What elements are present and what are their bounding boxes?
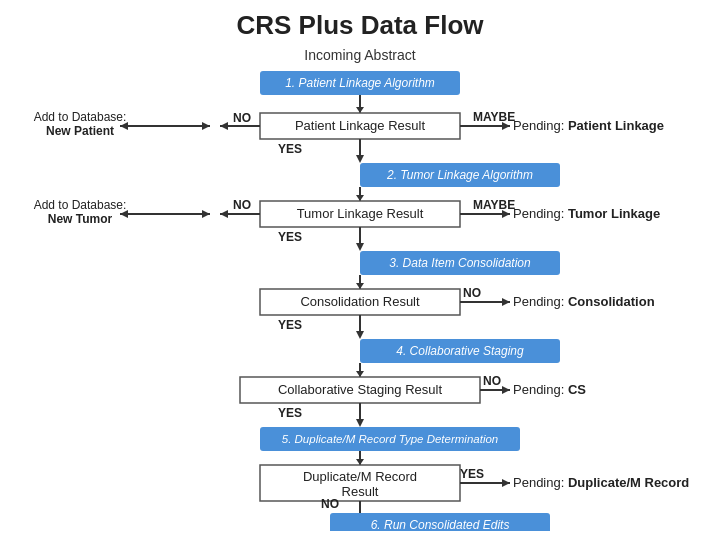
db-arrow-right-1 (202, 122, 210, 130)
algo-label-4: 4. Collaborative Staging (396, 344, 524, 358)
yes-arrow-1 (356, 155, 364, 163)
arrow-3 (356, 283, 364, 289)
no-label-5: NO (321, 497, 339, 511)
yes-arrow-2 (356, 243, 364, 251)
no-arrow-1 (220, 122, 228, 130)
add-tumor-sublabel: New Tumor (48, 212, 113, 226)
pending-cs: Pending: CS (513, 382, 586, 397)
db-arrow-right-2 (202, 210, 210, 218)
yes-label-1: YES (278, 142, 302, 156)
no-label-3: NO (463, 286, 481, 300)
add-patient-label: Add to Database: (34, 110, 127, 124)
result-label-4: Collaborative Staging Result (278, 382, 442, 397)
no-arrow-4 (502, 386, 510, 394)
result-label-5a: Duplicate/M Record (303, 469, 417, 484)
pending-dup: Pending: Duplicate/M Record (513, 475, 689, 490)
yes-label-3: YES (278, 318, 302, 332)
yes-label-2: YES (278, 230, 302, 244)
no-label-4: NO (483, 374, 501, 388)
arrow-1 (356, 107, 364, 113)
pending-patient: Pending: Patient Linkage (513, 118, 664, 133)
incoming-label: Incoming Abstract (20, 47, 700, 63)
algo-label-5: 5. Duplicate/M Record Type Determination (282, 433, 498, 445)
maybe-label-2: MAYBE (473, 198, 515, 212)
arrow-4 (356, 371, 364, 377)
yes-label-4: YES (278, 406, 302, 420)
pending-tumor: Pending: Tumor Linkage (513, 206, 660, 221)
page: CRS Plus Data Flow Incoming Abstract 1. … (0, 0, 720, 540)
result-label-1: Patient Linkage Result (295, 118, 425, 133)
no-arrow-2 (220, 210, 228, 218)
result-label-3: Consolidation Result (300, 294, 420, 309)
pending-consolidation: Pending: Consolidation (513, 294, 655, 309)
add-tumor-label: Add to Database: (34, 198, 127, 212)
result-label-5b: Result (342, 484, 379, 499)
yes-arrow-5 (502, 479, 510, 487)
arrow-5 (356, 459, 364, 465)
no-label-2: NO (233, 198, 251, 212)
maybe-label-1: MAYBE (473, 110, 515, 124)
flow-diagram: 1. Patient Linkage Algorithm Patient Lin… (20, 71, 700, 531)
no-label-1: NO (233, 111, 251, 125)
page-title: CRS Plus Data Flow (20, 10, 700, 41)
no-arrow-3 (502, 298, 510, 306)
yes-label-5: YES (460, 467, 484, 481)
add-patient-sublabel: New Patient (46, 124, 114, 138)
result-label-2: Tumor Linkage Result (297, 206, 424, 221)
arrow-2 (356, 195, 364, 201)
algo-label-6: 6. Run Consolidated Edits (371, 518, 510, 531)
algo-label-2: 2. Tumor Linkage Algorithm (386, 168, 533, 182)
algo-label-3: 3. Data Item Consolidation (389, 256, 531, 270)
yes-arrow-3 (356, 331, 364, 339)
algo-label-1: 1. Patient Linkage Algorithm (285, 76, 435, 90)
yes-arrow-4 (356, 419, 364, 427)
